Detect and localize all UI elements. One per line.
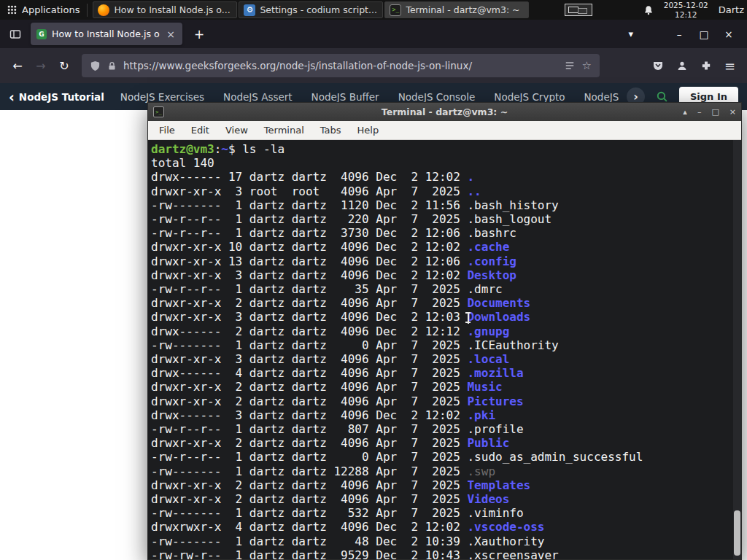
terminal-maximize-button[interactable]: □: [711, 107, 719, 117]
reader-view-icon[interactable]: [565, 61, 575, 71]
terminal-icon: >_: [390, 4, 401, 16]
extensions-puzzle-icon[interactable]: [700, 60, 712, 71]
file-name: Public: [467, 436, 509, 450]
workspace-pager[interactable]: [565, 4, 592, 16]
taskbar-window-button[interactable]: How to Install Node.js o...: [93, 1, 237, 18]
file-name: .dmrc: [467, 282, 502, 296]
file-name: .ICEauthority: [467, 338, 558, 352]
browser-toolbar: ← → ↻ https://www.geeksforgeeks.org/node…: [0, 48, 747, 83]
taskbar-window-title: Settings - codium script...: [260, 4, 376, 15]
desktop-panel: Applications How to Install Node.js o...…: [0, 0, 747, 20]
file-meta: drwx------ 4 dartz dartz 4096 Apr 7 2025: [151, 366, 467, 380]
panel-clock[interactable]: 2025-12-02 12:12: [664, 1, 708, 19]
file-meta: drwx------ 17 dartz dartz 4096 Dec 2 12:…: [151, 170, 467, 184]
site-nav-active-item[interactable]: NodeJS Tutorial: [19, 91, 104, 103]
tracking-shield-icon[interactable]: [90, 61, 101, 71]
terminal-shade-button[interactable]: ▴: [683, 107, 687, 117]
url-text[interactable]: https://www.geeksforgeeks.org/node-js/in…: [123, 60, 558, 71]
site-nav-item[interactable]: NodeJS Buffer: [311, 91, 379, 103]
file-meta: -rw------- 1 dartz dartz 1120 Dec 2 11:5…: [151, 198, 467, 212]
terminal-menu-terminal[interactable]: Terminal: [256, 125, 312, 136]
site-nav-item[interactable]: NodeJS Exercises: [120, 91, 204, 103]
firefox-icon: [98, 4, 109, 16]
file-meta: -rw-r--r-- 1 dartz dartz 220 Apr 7 2025: [151, 212, 467, 226]
terminal-output-line: drwxr-xr-x 2 dartz dartz 4096 Apr 7 2025…: [151, 436, 741, 450]
site-nav-item[interactable]: NodeJS DNS: [584, 91, 621, 103]
firefox-view-icon[interactable]: [6, 25, 25, 44]
terminal-output-line: -rw-r--r-- 1 dartz dartz 0 Apr 7 2025 .s…: [151, 450, 741, 464]
nav-scroll-left-icon[interactable]: ‹: [9, 89, 15, 105]
terminal-scrollbar[interactable]: [733, 140, 741, 559]
bookmark-star-icon[interactable]: ☆: [581, 59, 591, 72]
back-button[interactable]: ←: [6, 54, 29, 77]
prompt-user-host: dartz@vm3: [151, 142, 214, 156]
terminal-menu-view[interactable]: View: [217, 125, 256, 136]
forward-button[interactable]: →: [29, 54, 53, 77]
terminal-output-line: -rw------- 1 dartz dartz 0 Apr 7 2025 .I…: [151, 338, 741, 352]
terminal-output-line: drwxr-xr-x 2 dartz dartz 4096 Apr 7 2025…: [151, 478, 741, 492]
terminal-output-line: drwxr-xr-x 13 dartz dartz 4096 Dec 2 12:…: [151, 254, 741, 268]
file-meta: drwxr-xr-x 3 dartz dartz 4096 Dec 2 12:0…: [151, 268, 467, 282]
terminal-menu-tabs[interactable]: Tabs: [312, 125, 349, 136]
file-name: .swp: [467, 464, 495, 478]
file-name: .profile: [467, 422, 523, 436]
terminal-close-button[interactable]: ×: [729, 107, 736, 117]
tab-close-icon[interactable]: ×: [165, 28, 177, 40]
tab-title: How to Install Node.js on: [52, 28, 160, 39]
reload-button[interactable]: ↻: [53, 54, 76, 77]
file-meta: drwxrwxr-x 4 dartz dartz 4096 Dec 2 12:0…: [151, 520, 467, 534]
file-name: Documents: [467, 296, 530, 310]
terminal-scrollbar-thumb[interactable]: [734, 510, 740, 556]
taskbar-window-button[interactable]: ⚙Settings - codium script...: [239, 1, 383, 18]
terminal-output-line: -rw-rw-r-- 1 dartz dartz 9529 Dec 2 10:4…: [151, 548, 741, 559]
terminal-output-line: -rw------- 1 dartz dartz 532 Apr 7 2025 …: [151, 506, 741, 520]
terminal-menu-file[interactable]: File: [151, 125, 183, 136]
file-meta: drwxr-xr-x 3 dartz dartz 4096 Apr 7 2025: [151, 352, 467, 366]
prompt-path: ~: [221, 142, 228, 156]
notification-bell-icon[interactable]: [643, 5, 654, 15]
applications-grid-icon: [7, 5, 17, 15]
terminal-output-line: drwxrwxr-x 4 dartz dartz 4096 Dec 2 12:0…: [151, 520, 741, 534]
list-all-tabs-icon[interactable]: ▾: [628, 28, 633, 39]
prompt-separator: :: [214, 142, 222, 156]
screen: Applications How to Install Node.js o...…: [0, 0, 747, 560]
file-name: .bashrc: [467, 226, 516, 240]
file-meta: drwxr-xr-x 2 dartz dartz 4096 Apr 7 2025: [151, 394, 467, 408]
tabbar-right-controls: ▾ – □ ×: [628, 28, 741, 40]
account-icon[interactable]: [676, 60, 688, 71]
pager-window-icon: [568, 7, 578, 13]
browser-tab[interactable]: G How to Install Node.js on ×: [31, 23, 182, 45]
file-name: Desktop: [467, 268, 516, 282]
file-meta: -rw-rw-r-- 1 dartz dartz 9529 Dec 2 10:4…: [151, 548, 467, 559]
terminal-output-line: -rw------- 1 dartz dartz 48 Dec 2 10:39 …: [151, 534, 741, 548]
file-name: .config: [467, 254, 516, 268]
menu-hamburger-icon[interactable]: ≡: [724, 58, 735, 74]
search-icon[interactable]: [656, 90, 668, 103]
terminal-body[interactable]: dartz@vm3:~$ls -la total 140 drwx------ …: [148, 140, 741, 559]
terminal-titlebar[interactable]: >_ Terminal - dartz@vm3: ~ ▴ – □ ×: [148, 103, 741, 121]
new-tab-button[interactable]: +: [190, 27, 209, 42]
applications-menu[interactable]: Applications: [0, 0, 87, 20]
user-menu[interactable]: Dartz: [719, 4, 744, 15]
lock-icon[interactable]: [107, 61, 117, 71]
file-meta: -rw-r--r-- 1 dartz dartz 35 Apr 7 2025: [151, 282, 467, 296]
terminal-output-line: drwx------ 4 dartz dartz 4096 Apr 7 2025…: [151, 366, 741, 380]
site-nav-item[interactable]: NodeJS Crypto: [494, 91, 565, 103]
terminal-menu-help[interactable]: Help: [349, 125, 387, 136]
window-minimize-button[interactable]: –: [667, 28, 692, 40]
taskbar-window-button[interactable]: >_Terminal - dartz@vm3: ~: [384, 1, 529, 18]
file-name: Music: [467, 380, 502, 394]
file-meta: -rw------- 1 dartz dartz 48 Dec 2 10:39: [151, 534, 467, 548]
file-meta: -rw------- 1 dartz dartz 0 Apr 7 2025: [151, 338, 467, 352]
url-bar[interactable]: https://www.geeksforgeeks.org/node-js/in…: [82, 54, 600, 77]
window-close-button[interactable]: ×: [716, 28, 741, 40]
terminal-output-line: drwxr-xr-x 2 dartz dartz 4096 Apr 7 2025…: [151, 394, 741, 408]
terminal-minimize-button[interactable]: –: [697, 107, 702, 117]
site-nav-item[interactable]: NodeJS Assert: [223, 91, 293, 103]
site-nav-item[interactable]: NodeJS Console: [398, 91, 476, 103]
terminal-menu-edit[interactable]: Edit: [183, 125, 217, 136]
settings-icon: ⚙: [244, 4, 255, 16]
pocket-icon[interactable]: [652, 60, 664, 71]
file-name: Downloads: [467, 310, 530, 324]
window-maximize-button[interactable]: □: [692, 28, 716, 40]
